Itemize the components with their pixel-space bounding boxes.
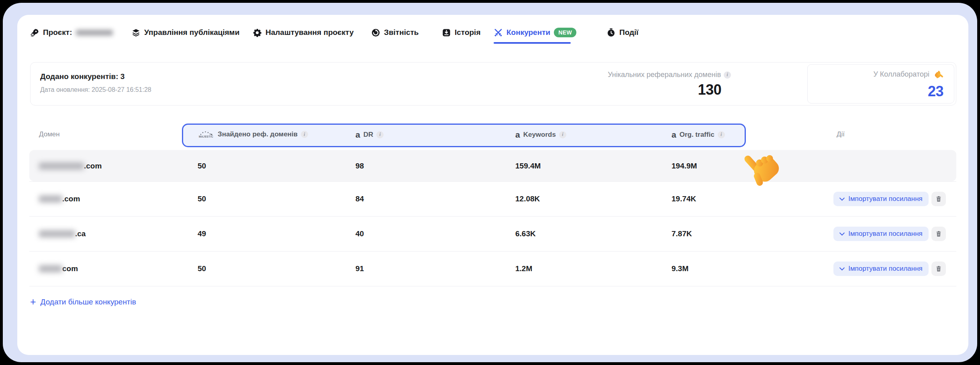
col-header-traffic[interactable]: a Org. traffic xyxy=(672,130,725,139)
import-links-button[interactable]: Імпортувати посилання xyxy=(833,192,929,206)
trash-icon xyxy=(935,265,942,272)
domain-cell: .com xyxy=(39,194,80,204)
col-header-keywords[interactable]: a Keywords xyxy=(515,130,566,139)
stats-bar: Додано конкурентів: 3 Дата оновлення: 20… xyxy=(30,62,956,105)
col-header-domain: Домен xyxy=(39,130,60,138)
info-icon[interactable] xyxy=(718,131,725,138)
pointing-hand-icon xyxy=(932,69,944,81)
import-links-button[interactable]: Імпортувати посилання xyxy=(833,227,929,241)
ahrefs-icon: a xyxy=(515,130,520,139)
keywords-cell: 12.08K xyxy=(515,194,540,204)
info-icon[interactable] xyxy=(724,71,731,79)
main-card: Проєкт: Управління публікаціями Налаштув… xyxy=(17,15,968,355)
crossed-swords-icon xyxy=(494,28,503,37)
delete-button[interactable] xyxy=(931,192,946,206)
layers-icon xyxy=(131,28,141,37)
domain-blurred xyxy=(39,195,62,203)
clock-icon xyxy=(606,28,616,37)
ahrefs-icon: a xyxy=(672,130,676,139)
nav-label: Налаштування проєкту xyxy=(265,28,353,37)
traffic-cell: 7.87K xyxy=(672,229,692,239)
nav-label: Конкуренти xyxy=(506,28,550,37)
keywords-cell: 159.4M xyxy=(515,161,541,171)
rocket-icon xyxy=(30,28,39,37)
chevron-down-icon xyxy=(839,232,845,236)
refresh-circle-icon xyxy=(371,28,380,37)
chevron-down-icon xyxy=(839,197,845,201)
row-divider xyxy=(29,216,956,217)
col-header-dr[interactable]: a DR xyxy=(355,130,384,139)
project-label: Проєкт: xyxy=(43,28,72,37)
found-cell: 49 xyxy=(198,229,206,239)
row-divider xyxy=(29,181,956,182)
new-badge: NEW xyxy=(554,28,576,37)
app-surface: Проєкт: Управління публікаціями Налаштув… xyxy=(3,3,977,362)
nav-label: Управління публікаціями xyxy=(144,28,239,37)
info-icon[interactable] xyxy=(301,131,308,138)
collaborator-value: 23 xyxy=(873,83,943,100)
add-more-competitors-link[interactable]: + Додати більше конкурентів xyxy=(30,297,136,307)
domain-blurred xyxy=(39,230,75,237)
dr-cell: 91 xyxy=(355,264,364,274)
nav-label: Звітність xyxy=(384,28,419,37)
nav-project[interactable]: Проєкт: xyxy=(30,26,113,39)
domain-blurred xyxy=(39,162,84,170)
added-competitors-value: 3 xyxy=(120,72,125,81)
trash-icon xyxy=(935,230,942,237)
keywords-cell: 1.2M xyxy=(515,264,532,274)
highlighted-row-background xyxy=(29,150,956,181)
domain-cell: .ca xyxy=(39,229,86,239)
collaborator-label: У Коллабораторі xyxy=(873,70,929,79)
stats-added-block: Додано конкурентів: 3 Дата оновлення: 20… xyxy=(40,72,151,93)
nav-history[interactable]: Історія xyxy=(442,26,480,39)
stat-ref-domains: Унікальних реферальних доменів 130 xyxy=(608,71,731,98)
nav-label: Події xyxy=(619,28,639,37)
info-icon[interactable] xyxy=(559,131,566,138)
nav-publications[interactable]: Управління публікаціями xyxy=(131,26,239,39)
majestic-icon: MAJESTIC xyxy=(198,131,214,138)
dr-cell: 98 xyxy=(355,161,364,171)
ref-domains-label: Унікальних реферальних доменів xyxy=(608,71,721,79)
nav-competitors[interactable]: Конкуренти NEW xyxy=(494,26,576,39)
chevron-down-icon xyxy=(839,267,845,271)
plus-icon: + xyxy=(30,297,36,307)
traffic-cell: 194.9M xyxy=(672,161,697,171)
delete-button[interactable] xyxy=(931,262,946,276)
found-cell: 50 xyxy=(198,161,206,171)
nav-reports[interactable]: Звітність xyxy=(371,26,419,39)
keywords-cell: 6.63K xyxy=(515,229,536,239)
ref-domains-value: 130 xyxy=(608,81,721,98)
domain-cell: com xyxy=(39,264,78,274)
col-header-actions: Дії xyxy=(837,130,845,138)
added-competitors-label: Додано конкурентів: xyxy=(40,72,118,81)
gear-icon xyxy=(253,28,262,37)
history-icon xyxy=(442,28,451,37)
nav-settings[interactable]: Налаштування проєкту xyxy=(253,26,353,39)
dr-cell: 84 xyxy=(355,194,364,204)
delete-button[interactable] xyxy=(931,227,946,241)
domain-cell: .com xyxy=(39,161,102,171)
project-domain-blurred xyxy=(76,30,113,36)
found-cell: 50 xyxy=(198,194,206,204)
trash-icon xyxy=(935,195,942,203)
ahrefs-icon: a xyxy=(355,130,360,139)
dr-cell: 40 xyxy=(355,229,364,239)
nav-label: Історія xyxy=(455,28,480,37)
active-tab-underline xyxy=(494,42,571,44)
traffic-cell: 19.74K xyxy=(672,194,696,204)
row-divider xyxy=(29,286,956,286)
found-cell: 50 xyxy=(198,264,206,274)
row-divider xyxy=(29,251,956,251)
updated-date: Дата оновлення: 2025-08-27 16:51:28 xyxy=(40,86,151,93)
col-header-found[interactable]: MAJESTIC Знайдено реф. доменів xyxy=(198,130,308,138)
import-links-button[interactable]: Імпортувати посилання xyxy=(833,262,929,276)
info-icon[interactable] xyxy=(376,131,384,138)
domain-blurred xyxy=(39,265,62,272)
traffic-cell: 9.3M xyxy=(672,264,688,274)
collaborator-stat-box: У Коллабораторі 23 xyxy=(807,64,954,103)
nav-events[interactable]: Події xyxy=(606,26,639,39)
